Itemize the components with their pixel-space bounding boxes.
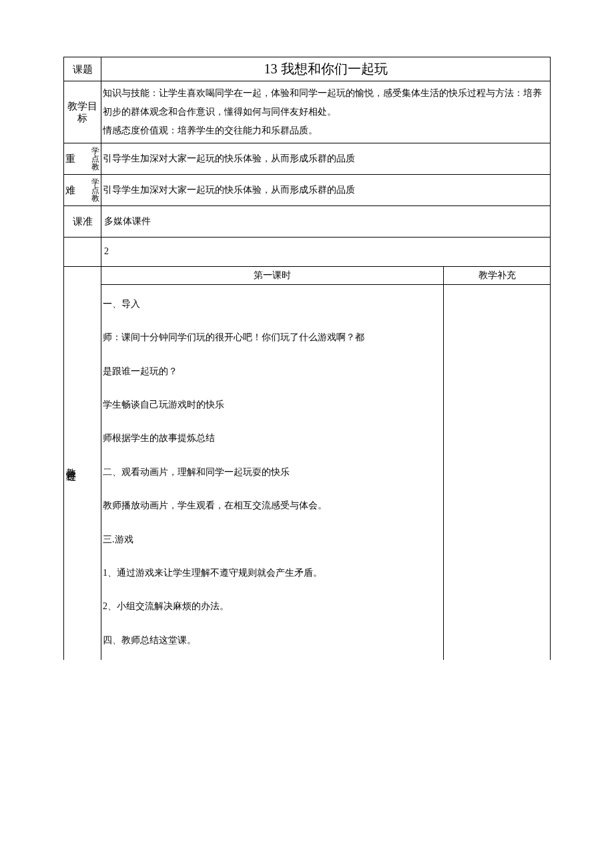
label-topic: 课题 bbox=[64, 57, 101, 81]
row-goal: 教学目 标 知识与技能：让学生喜欢喝同学在一起，体验和同学一起玩的愉悦，感受集体… bbox=[64, 81, 551, 143]
label-important: 重 学点教 bbox=[64, 143, 101, 175]
row-title: 课题 13 我想和你们一起玩 bbox=[64, 57, 551, 81]
process-line: 1、通过游戏来让学生理解不遵守规则就会产生矛盾。 bbox=[103, 556, 442, 590]
row-periods: 2 bbox=[64, 238, 551, 266]
process-line: 三.游戏 bbox=[103, 523, 442, 556]
prep-text: 多媒体课件 bbox=[101, 206, 551, 238]
row-process-body: 一、导入 师：课间十分钟同学们玩的很开心吧！你们玩了什么游戏啊？都 是跟谁一起玩… bbox=[64, 284, 551, 660]
periods-text: 2 bbox=[101, 238, 551, 266]
lesson-plan-table: 课题 13 我想和你们一起玩 教学目 标 知识与技能：让学生喜欢喝同学在一起，体… bbox=[63, 57, 551, 660]
process-line: 二、观看动画片，理解和同学一起玩耍的快乐 bbox=[103, 456, 442, 489]
difficult-text: 引导学生加深对大家一起玩的快乐体验，从而形成乐群的品质 bbox=[101, 175, 551, 206]
label-process: 教学过程 bbox=[64, 266, 101, 660]
supplement-header: 教学补充 bbox=[444, 266, 551, 284]
process-line: 教师播放动画片，学生观看，在相互交流感受与体会。 bbox=[103, 489, 442, 522]
process-line: 学生畅谈自己玩游戏时的快乐 bbox=[103, 388, 442, 422]
row-important: 重 学点教 引导学生加深对大家一起玩的快乐体验，从而形成乐群的品质 bbox=[64, 143, 551, 175]
process-line: 一、导入 bbox=[103, 288, 442, 321]
process-line: 四、教师总结这堂课。 bbox=[103, 624, 442, 657]
process-body: 一、导入 师：课间十分钟同学们玩的很开心吧！你们玩了什么游戏啊？都 是跟谁一起玩… bbox=[101, 284, 444, 660]
title: 13 我想和你们一起玩 bbox=[101, 57, 551, 81]
process-line: 师：课间十分钟同学们玩的很开心吧！你们玩了什么游戏啊？都 bbox=[103, 321, 442, 354]
label-prep: 课准 bbox=[64, 206, 101, 238]
process-line: 师根据学生的故事提炼总结 bbox=[103, 422, 442, 455]
label-difficult: 难 学点教 bbox=[64, 175, 101, 206]
row-subheader: 教学过程 第一课时 教学补充 bbox=[64, 266, 551, 284]
important-text: 引导学生加深对大家一起玩的快乐体验，从而形成乐群的品质 bbox=[101, 143, 551, 175]
process-line: 2、小组交流解决麻烦的办法。 bbox=[103, 590, 442, 623]
row-difficult: 难 学点教 引导学生加深对大家一起玩的快乐体验，从而形成乐群的品质 bbox=[64, 175, 551, 206]
process-line: 是跟谁一起玩的？ bbox=[103, 355, 442, 388]
label-goal: 教学目 标 bbox=[64, 81, 101, 143]
supplement-body bbox=[444, 284, 551, 660]
label-periods bbox=[64, 238, 101, 266]
row-prep: 课准 多媒体课件 bbox=[64, 206, 551, 238]
goal-text: 知识与技能：让学生喜欢喝同学在一起，体验和同学一起玩的愉悦，感受集体生活的快乐过… bbox=[101, 81, 551, 143]
lesson1-header: 第一课时 bbox=[101, 266, 444, 284]
